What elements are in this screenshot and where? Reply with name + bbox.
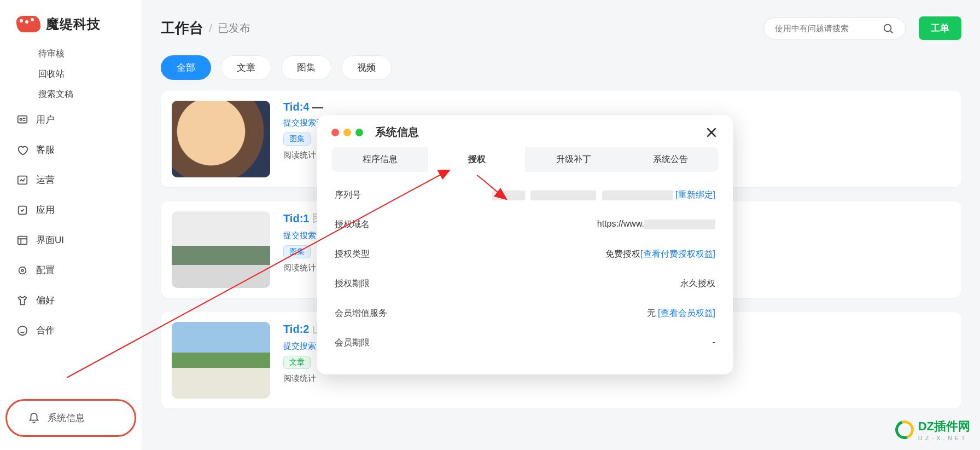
row-vas: 会员增值服务 无 [查看会员权益] — [335, 299, 715, 328]
watermark-sub: D Z - X . N E T — [918, 435, 970, 441]
row-value: https://www. — [428, 219, 715, 230]
filter-gallery[interactable]: 图集 — [281, 55, 331, 80]
shirt-icon — [16, 295, 28, 307]
filter-article[interactable]: 文章 — [221, 55, 271, 80]
svg-point-5 — [19, 267, 26, 274]
redacted-text — [492, 191, 525, 200]
sidebar-item-coop[interactable]: 合作 — [0, 315, 142, 345]
brand-name: 魔缇科技 — [46, 15, 101, 33]
bell-icon — [28, 412, 40, 424]
traffic-min-icon[interactable] — [343, 129, 351, 136]
svg-point-8 — [884, 24, 891, 31]
traffic-max-icon[interactable] — [355, 129, 363, 136]
modal-tabs: 程序信息 授权 升级补丁 系统公告 — [331, 147, 719, 172]
chart-icon — [16, 174, 28, 186]
row-value: - — [428, 337, 715, 349]
row-label: 授权类型 — [335, 249, 428, 260]
close-icon[interactable] — [704, 125, 719, 140]
handshake-icon — [16, 325, 28, 337]
row-value: [重新绑定] — [428, 189, 715, 201]
row-value: 免费授权[查看付费授权权益] — [428, 249, 715, 260]
redacted-text — [602, 191, 673, 200]
user-icon — [16, 114, 28, 126]
row-value: 无 [查看会员权益] — [428, 308, 715, 319]
tab-program-info[interactable]: 程序信息 — [331, 147, 428, 172]
domain-prefix: https://www. — [597, 219, 644, 228]
row-label: 会员增值服务 — [335, 308, 428, 319]
redacted-text — [530, 191, 596, 200]
card-title: Tid:4 — — [283, 101, 324, 113]
type-badge: 文章 — [283, 356, 311, 369]
heart-icon — [16, 144, 28, 156]
sidebar-system-info[interactable]: 系统信息 — [11, 401, 130, 435]
sidebar-item-label: 应用 — [36, 204, 55, 216]
row-serial: 序列号 [重新绑定] — [335, 181, 715, 210]
view-paid-link[interactable]: [查看付费授权权益] — [640, 249, 715, 258]
tab-announcement[interactable]: 系统公告 — [622, 147, 719, 172]
watermark-text: DZ插件网 — [918, 419, 970, 433]
sidebar-footer-highlight: 系统信息 — [5, 399, 136, 437]
brand-logo-icon — [16, 16, 40, 32]
breadcrumb-current: 已发布 — [218, 21, 250, 36]
topbar: 工作台 / 已发布 工单 — [142, 0, 980, 50]
thumbnail — [172, 322, 270, 399]
breadcrumb-sep: / — [209, 21, 212, 36]
sidebar-item-label: 运营 — [36, 174, 55, 186]
sidebar-sub-recycle[interactable]: 回收站 — [0, 64, 142, 84]
stat-label: 阅读统计 — [283, 373, 535, 384]
sidebar-item-config[interactable]: 配置 — [0, 255, 142, 285]
brand: 魔缇科技 — [0, 0, 142, 44]
sidebar-item-app[interactable]: 应用 — [0, 195, 142, 225]
sidebar-item-label: 用户 — [36, 113, 55, 126]
traffic-close-icon[interactable] — [331, 129, 339, 136]
app-icon — [16, 204, 28, 216]
type-badge: 图集 — [283, 132, 311, 146]
svg-point-7 — [18, 326, 27, 335]
row-domain: 授权域名 https://www. — [335, 210, 715, 240]
sidebar-footer-label: 系统信息 — [48, 412, 85, 424]
sidebar-item-label: 偏好 — [36, 294, 55, 307]
row-license-type: 授权类型 免费授权[查看付费授权权益] — [335, 240, 715, 269]
svg-point-1 — [20, 118, 22, 120]
search-box[interactable] — [763, 18, 906, 39]
type-badge: 图集 — [283, 245, 311, 258]
gear-icon — [16, 264, 28, 276]
row-license-expire: 授权期限 永久授权 — [335, 269, 715, 299]
row-label: 序列号 — [335, 189, 428, 201]
filter-video[interactable]: 视频 — [341, 55, 392, 80]
sidebar-item-label: 配置 — [36, 264, 55, 276]
tab-upgrade[interactable]: 升级补丁 — [525, 147, 622, 172]
tab-license[interactable]: 授权 — [428, 147, 525, 172]
view-member-link[interactable]: [查看会员权益] — [658, 308, 715, 318]
sidebar-item-label: 界面UI — [36, 234, 64, 246]
row-label: 授权期限 — [335, 278, 428, 290]
row-value: 永久授权 — [428, 278, 715, 290]
filter-all[interactable]: 全部 — [161, 55, 211, 80]
sidebar-item-ui[interactable]: 界面UI — [0, 225, 142, 255]
traffic-lights[interactable] — [331, 129, 363, 136]
thumbnail — [172, 101, 270, 177]
redacted-text — [644, 220, 715, 229]
sidebar-item-pref[interactable]: 偏好 — [0, 285, 142, 315]
row-label: 会员期限 — [335, 337, 428, 349]
ticket-button[interactable]: 工单 — [919, 16, 961, 40]
sidebar-item-label: 合作 — [36, 324, 55, 337]
thumbnail — [172, 211, 270, 288]
search-icon[interactable] — [882, 22, 894, 34]
sidebar-sub-pending[interactable]: 待审核 — [0, 44, 142, 64]
layout-icon — [16, 234, 28, 246]
watermark-logo-icon — [892, 417, 917, 442]
row-member-expire: 会员期限 - — [335, 328, 715, 358]
sidebar-item-operate[interactable]: 运营 — [0, 165, 142, 195]
sidebar-sub-search-draft[interactable]: 搜索文稿 — [0, 84, 142, 105]
modal-rows: 序列号 [重新绑定] 授权域名 https://www. 授权类型 免费授权[查… — [331, 172, 719, 358]
svg-rect-4 — [18, 236, 27, 244]
watermark: DZ插件网 D Z - X . N E T — [895, 418, 970, 441]
sidebar-item-support[interactable]: 客服 — [0, 135, 142, 165]
rebind-link[interactable]: [重新绑定] — [675, 190, 715, 199]
page-title: 工作台 — [161, 19, 203, 38]
sidebar-item-user[interactable]: 用户 — [0, 105, 142, 135]
filter-tabs: 全部 文章 图集 视频 — [142, 50, 980, 91]
sidebar-item-label: 客服 — [36, 143, 55, 156]
search-input[interactable] — [775, 24, 882, 33]
